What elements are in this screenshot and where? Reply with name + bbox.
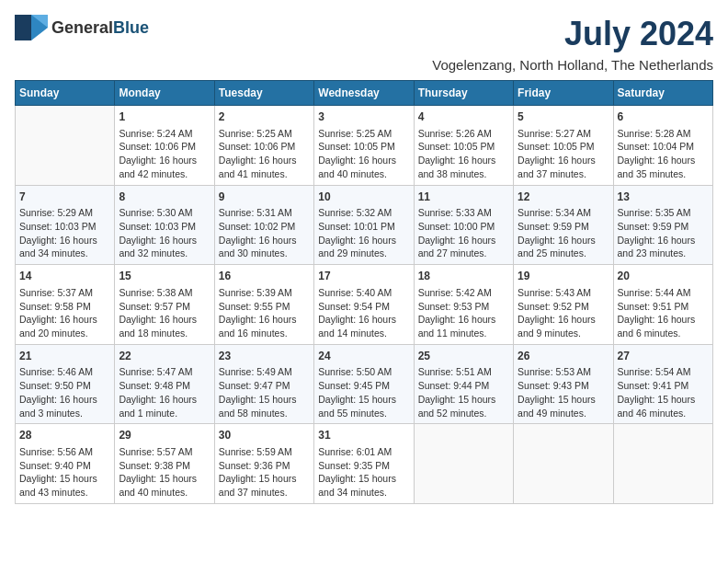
calendar-day-cell	[414, 424, 513, 504]
calendar-body: 1Sunrise: 5:24 AM Sunset: 10:06 PM Dayli…	[16, 106, 713, 504]
day-info: Sunrise: 5:56 AM Sunset: 9:40 PM Dayligh…	[19, 445, 110, 500]
day-number: 7	[19, 190, 110, 205]
calendar-day-cell: 19Sunrise: 5:43 AM Sunset: 9:52 PM Dayli…	[514, 265, 613, 345]
day-info: Sunrise: 5:28 AM Sunset: 10:04 PM Daylig…	[618, 127, 709, 181]
logo-blue: Blue	[113, 18, 149, 37]
day-info: Sunrise: 5:51 AM Sunset: 9:44 PM Dayligh…	[418, 365, 509, 419]
calendar-week-row: 1Sunrise: 5:24 AM Sunset: 10:06 PM Dayli…	[16, 106, 713, 186]
day-number: 27	[618, 349, 709, 364]
calendar-day-cell: 24Sunrise: 5:50 AM Sunset: 9:45 PM Dayli…	[314, 344, 414, 424]
calendar-day-cell: 27Sunrise: 5:54 AM Sunset: 9:41 PM Dayli…	[613, 344, 712, 424]
day-number: 9	[219, 190, 310, 205]
day-info: Sunrise: 5:25 AM Sunset: 10:05 PM Daylig…	[318, 127, 409, 181]
calendar-day-cell: 12Sunrise: 5:34 AM Sunset: 9:59 PM Dayli…	[514, 185, 613, 265]
calendar-table: SundayMondayTuesdayWednesdayThursdayFrid…	[15, 80, 713, 504]
calendar-day-cell: 30Sunrise: 5:59 AM Sunset: 9:36 PM Dayli…	[214, 424, 313, 504]
day-number: 17	[318, 269, 409, 284]
calendar-day-cell: 20Sunrise: 5:44 AM Sunset: 9:51 PM Dayli…	[613, 265, 712, 345]
day-number: 24	[318, 349, 409, 364]
day-info: Sunrise: 5:39 AM Sunset: 9:55 PM Dayligh…	[219, 286, 310, 340]
day-number: 5	[518, 109, 609, 125]
day-number: 11	[418, 190, 509, 205]
calendar-day-cell: 8Sunrise: 5:30 AM Sunset: 10:03 PM Dayli…	[115, 185, 214, 265]
header: GeneralBlue July 2024	[15, 15, 713, 53]
day-info: Sunrise: 5:53 AM Sunset: 9:43 PM Dayligh…	[518, 365, 609, 419]
day-info: Sunrise: 5:24 AM Sunset: 10:06 PM Daylig…	[119, 127, 210, 181]
day-number: 10	[318, 190, 409, 205]
calendar-day-cell	[613, 424, 712, 504]
day-info: Sunrise: 5:54 AM Sunset: 9:41 PM Dayligh…	[618, 365, 709, 419]
month-title: July 2024	[564, 15, 713, 53]
calendar-day-cell: 26Sunrise: 5:53 AM Sunset: 9:43 PM Dayli…	[514, 344, 613, 424]
day-number: 23	[219, 349, 310, 364]
day-of-week-header: Thursday	[414, 81, 513, 106]
svg-rect-0	[15, 15, 31, 40]
day-number: 4	[418, 109, 509, 125]
day-number: 19	[518, 269, 609, 284]
calendar-day-cell: 18Sunrise: 5:42 AM Sunset: 9:53 PM Dayli…	[414, 265, 513, 345]
calendar-day-cell: 29Sunrise: 5:57 AM Sunset: 9:38 PM Dayli…	[115, 424, 214, 504]
calendar-day-cell: 31Sunrise: 6:01 AM Sunset: 9:35 PM Dayli…	[314, 424, 414, 504]
day-number: 21	[19, 349, 110, 364]
day-info: Sunrise: 5:37 AM Sunset: 9:58 PM Dayligh…	[19, 286, 110, 340]
day-info: Sunrise: 5:26 AM Sunset: 10:05 PM Daylig…	[418, 127, 509, 181]
calendar-day-cell: 11Sunrise: 5:33 AM Sunset: 10:00 PM Dayl…	[414, 185, 513, 265]
calendar-week-row: 21Sunrise: 5:46 AM Sunset: 9:50 PM Dayli…	[16, 344, 713, 424]
title-section: July 2024	[564, 15, 713, 53]
calendar-day-cell: 16Sunrise: 5:39 AM Sunset: 9:55 PM Dayli…	[214, 265, 313, 345]
calendar-day-cell: 6Sunrise: 5:28 AM Sunset: 10:04 PM Dayli…	[613, 106, 712, 186]
day-info: Sunrise: 5:27 AM Sunset: 10:05 PM Daylig…	[518, 127, 609, 181]
day-number: 14	[19, 269, 110, 284]
calendar-day-cell: 2Sunrise: 5:25 AM Sunset: 10:06 PM Dayli…	[214, 106, 313, 186]
calendar-day-cell: 28Sunrise: 5:56 AM Sunset: 9:40 PM Dayli…	[16, 424, 115, 504]
day-number: 22	[119, 349, 210, 364]
calendar-day-cell: 23Sunrise: 5:49 AM Sunset: 9:47 PM Dayli…	[214, 344, 313, 424]
day-of-week-header: Sunday	[16, 81, 115, 106]
calendar-day-cell: 10Sunrise: 5:32 AM Sunset: 10:01 PM Dayl…	[314, 185, 414, 265]
calendar-header-row: SundayMondayTuesdayWednesdayThursdayFrid…	[16, 81, 713, 106]
calendar-day-cell: 15Sunrise: 5:38 AM Sunset: 9:57 PM Dayli…	[115, 265, 214, 345]
calendar-day-cell: 3Sunrise: 5:25 AM Sunset: 10:05 PM Dayli…	[314, 106, 414, 186]
calendar-day-cell: 13Sunrise: 5:35 AM Sunset: 9:59 PM Dayli…	[613, 185, 712, 265]
day-info: Sunrise: 5:38 AM Sunset: 9:57 PM Dayligh…	[119, 286, 210, 340]
calendar-day-cell: 22Sunrise: 5:47 AM Sunset: 9:48 PM Dayli…	[115, 344, 214, 424]
day-number: 25	[418, 349, 509, 364]
calendar-week-row: 14Sunrise: 5:37 AM Sunset: 9:58 PM Dayli…	[16, 265, 713, 345]
day-info: Sunrise: 5:34 AM Sunset: 9:59 PM Dayligh…	[518, 206, 609, 260]
day-info: Sunrise: 5:25 AM Sunset: 10:06 PM Daylig…	[219, 127, 310, 181]
day-info: Sunrise: 5:49 AM Sunset: 9:47 PM Dayligh…	[219, 365, 310, 419]
logo-icon	[15, 15, 48, 40]
day-number: 12	[518, 190, 609, 205]
day-number: 6	[618, 109, 709, 125]
logo: GeneralBlue	[15, 15, 149, 40]
calendar-day-cell	[514, 424, 613, 504]
day-number: 20	[618, 269, 709, 284]
calendar-day-cell: 5Sunrise: 5:27 AM Sunset: 10:05 PM Dayli…	[514, 106, 613, 186]
day-info: Sunrise: 5:59 AM Sunset: 9:36 PM Dayligh…	[219, 445, 310, 500]
logo-general: General	[51, 18, 113, 37]
day-of-week-header: Tuesday	[214, 81, 313, 106]
calendar-day-cell: 21Sunrise: 5:46 AM Sunset: 9:50 PM Dayli…	[16, 344, 115, 424]
day-number: 13	[618, 190, 709, 205]
day-info: Sunrise: 5:30 AM Sunset: 10:03 PM Daylig…	[119, 206, 210, 260]
day-number: 3	[318, 109, 409, 125]
calendar-day-cell: 1Sunrise: 5:24 AM Sunset: 10:06 PM Dayli…	[115, 106, 214, 186]
day-number: 26	[518, 349, 609, 364]
day-info: Sunrise: 5:32 AM Sunset: 10:01 PM Daylig…	[318, 206, 409, 260]
day-number: 8	[119, 190, 210, 205]
day-info: Sunrise: 5:40 AM Sunset: 9:54 PM Dayligh…	[318, 286, 409, 340]
day-number: 2	[219, 109, 310, 125]
calendar-week-row: 28Sunrise: 5:56 AM Sunset: 9:40 PM Dayli…	[16, 424, 713, 504]
calendar-day-cell: 7Sunrise: 5:29 AM Sunset: 10:03 PM Dayli…	[16, 185, 115, 265]
day-info: Sunrise: 5:35 AM Sunset: 9:59 PM Dayligh…	[618, 206, 709, 260]
day-number: 28	[19, 428, 110, 443]
day-info: Sunrise: 5:47 AM Sunset: 9:48 PM Dayligh…	[119, 365, 210, 419]
day-info: Sunrise: 5:50 AM Sunset: 9:45 PM Dayligh…	[318, 365, 409, 419]
day-info: Sunrise: 5:43 AM Sunset: 9:52 PM Dayligh…	[518, 286, 609, 340]
day-info: Sunrise: 5:31 AM Sunset: 10:02 PM Daylig…	[219, 206, 310, 260]
calendar-day-cell: 9Sunrise: 5:31 AM Sunset: 10:02 PM Dayli…	[214, 185, 313, 265]
day-info: Sunrise: 5:29 AM Sunset: 10:03 PM Daylig…	[19, 206, 110, 260]
day-info: Sunrise: 5:46 AM Sunset: 9:50 PM Dayligh…	[19, 365, 110, 419]
day-number: 30	[219, 428, 310, 443]
day-number: 15	[119, 269, 210, 284]
